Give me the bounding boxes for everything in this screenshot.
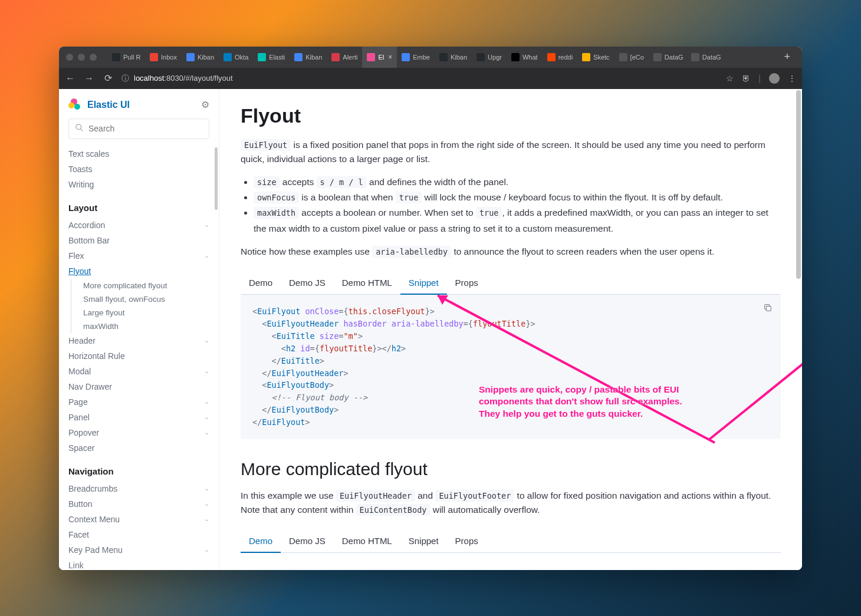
svg-point-0 [76,124,81,129]
example-tabs: DemoDemo JSDemo HTMLSnippetProps [241,272,781,295]
sidebar-item[interactable]: Text scales [64,146,214,162]
shield-icon[interactable]: ⛨ [742,74,750,83]
browser-tab[interactable]: Sketc [577,47,614,68]
tab-snippet[interactable]: Snippet [400,530,447,553]
chevron-down-icon: ⌄ [204,252,209,259]
search-icon [75,123,84,134]
browser-tab[interactable]: Elasti [253,47,290,68]
tab-label: Inbox [161,54,177,61]
browser-tab[interactable]: El× [362,47,397,68]
sidebar: Elastic UI ⚙ Text scalesToastsWritingLay… [59,89,219,570]
browser-tab[interactable]: DataG [686,47,724,68]
url-display[interactable]: ⓘ localhost:8030/#/layout/flyout [121,73,718,84]
sidebar-item[interactable]: Context Menu⌄ [64,512,214,527]
favicon-icon [331,53,340,61]
search-box[interactable] [68,118,209,139]
forward-button[interactable]: → [84,73,94,84]
sidebar-item-label: Button [68,499,92,509]
browser-tab[interactable]: reddi [543,47,577,68]
sidebar-item[interactable]: Writing [64,177,214,192]
sidebar-item[interactable]: Flyout [64,263,214,279]
page-scrollbar[interactable] [796,90,801,279]
sidebar-item[interactable]: Button⌄ [64,496,214,512]
tab-props[interactable]: Props [447,530,487,553]
sidebar-item[interactable]: Accordion⌄ [64,218,214,233]
browser-tab[interactable]: DataG [649,47,686,68]
sidebar-subitem[interactable]: More complicated flyout [71,279,214,292]
sidebar-item[interactable]: Spacer [64,440,214,456]
browser-tab[interactable]: Kiban [182,47,219,68]
sidebar-item-label: Writing [68,180,94,189]
chevron-down-icon: ⌄ [204,500,209,508]
sidebar-item[interactable]: Flex⌄ [64,248,214,263]
browser-tab[interactable]: Embe [397,47,435,68]
reload-button[interactable]: ⟳ [103,73,113,84]
sidebar-item-label: Spacer [68,443,94,453]
tab-label: Elasti [269,54,285,61]
tab-demo-js[interactable]: Demo JS [281,272,334,295]
tab-demo-js[interactable]: Demo JS [281,530,334,553]
option-item: maxWidth accepts a boolean or number. Wh… [254,205,781,236]
sidebar-subitem[interactable]: Large flyout [71,306,214,319]
sidebar-item-label: Link [68,561,84,570]
profile-avatar[interactable] [769,73,780,84]
sidebar-item[interactable]: Header⌄ [64,333,214,348]
site-info-icon[interactable]: ⓘ [121,73,129,84]
sidebar-scrollbar[interactable] [215,147,218,210]
search-input[interactable] [88,124,203,133]
tab-label: reddi [558,54,573,61]
sidebar-item[interactable]: Page⌄ [64,394,214,410]
browser-tab[interactable]: Kiban [290,47,327,68]
url-path: :8030/#/layout/flyout [164,74,232,83]
sidebar-item-label: Facet [68,530,89,539]
back-button[interactable]: ← [65,73,75,84]
sidebar-subitem[interactable]: maxWidth [71,319,214,333]
nav-list[interactable]: Text scalesToastsWritingLayoutAccordion⌄… [59,146,219,570]
chevron-down-icon: ⌄ [204,485,209,492]
tab-demo[interactable]: Demo [241,530,281,553]
sidebar-item[interactable]: Bottom Bar [64,233,214,248]
example-tabs-2: DemoDemo JSDemo HTMLSnippetProps [241,530,781,553]
tab-snippet[interactable]: Snippet [400,272,447,295]
browser-tab[interactable]: Kiban [435,47,472,68]
browser-tab[interactable]: Alerti [327,47,362,68]
close-icon[interactable]: × [388,53,392,61]
browser-tab[interactable]: [eCo [614,47,649,68]
sidebar-item[interactable]: Modal⌄ [64,364,214,379]
tab-demo-html[interactable]: Demo HTML [334,530,400,553]
tab-label: [eCo [630,54,644,61]
sidebar-subitem[interactable]: Small flyout, ownFocus [71,292,214,306]
browser-tab[interactable]: Pull R [107,47,145,68]
browser-tab[interactable]: Okta [219,47,253,68]
sidebar-item[interactable]: Toasts [64,162,214,177]
tab-demo-html[interactable]: Demo HTML [334,272,400,295]
browser-tab[interactable]: Upgr [472,47,507,68]
sidebar-item[interactable]: Link [64,558,214,570]
sidebar-item[interactable]: Facet [64,527,214,542]
sidebar-item[interactable]: Panel⌄ [64,410,214,425]
tab-label: Okta [235,54,248,61]
sidebar-item-label: Popover [68,428,99,437]
copy-button[interactable] [763,303,773,312]
sidebar-item[interactable]: Nav Drawer [64,379,214,394]
browser-tab[interactable]: Inbox [145,47,182,68]
browser-tabs: Pull RInboxKibanOktaElastiKibanAlertiEl×… [107,47,768,68]
sidebar-item[interactable]: Key Pad Menu⌄ [64,542,214,558]
traffic-lights[interactable] [66,54,97,61]
sidebar-item[interactable]: Breadcrumbs⌄ [64,481,214,496]
brand[interactable]: Elastic UI [68,98,130,111]
tab-props[interactable]: Props [447,272,487,295]
gear-icon[interactable]: ⚙ [201,99,209,110]
new-tab-button[interactable]: + [779,51,795,63]
favicon-icon [294,53,303,61]
sidebar-item[interactable]: Popover⌄ [64,425,214,440]
sidebar-item-label: Header [68,336,96,345]
star-icon[interactable]: ☆ [726,74,734,83]
menu-icon[interactable]: ⋮ [788,74,796,83]
tab-label: Kiban [305,54,322,61]
favicon-icon [186,53,195,61]
sidebar-item[interactable]: Horizontal Rule [64,348,214,364]
main-content[interactable]: Flyout EuiFlyout is a fixed position pan… [219,89,802,570]
browser-tab[interactable]: What [507,47,543,68]
tab-demo[interactable]: Demo [241,272,281,295]
